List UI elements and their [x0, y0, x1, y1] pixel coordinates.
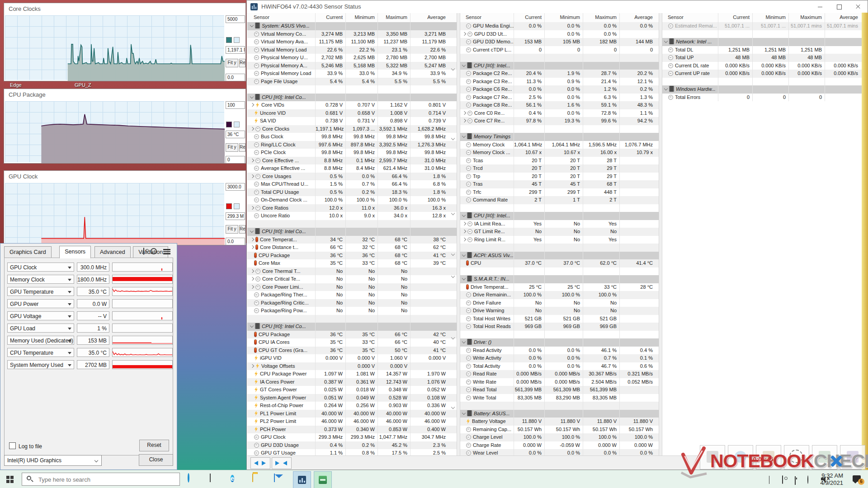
sensor-row[interactable]: Remaining Cap...50.157 Wh50.157 Wh50.157…	[459, 426, 659, 434]
menu-icon[interactable]	[163, 248, 170, 255]
column-header-average[interactable]: Average	[825, 13, 861, 22]
sensor-row[interactable]: Memory Clock1,064.1 MHz1,064.1 MHz1,596.…	[459, 141, 659, 149]
sensor-group-row[interactable]: System: ASUS Vivo...	[247, 22, 457, 30]
sensor-group-row[interactable]: CPU [#0]: Intel...	[459, 212, 659, 220]
column-header-sensor[interactable]: Sensor	[459, 13, 514, 22]
sensor-row[interactable]: Total Errors000	[661, 94, 862, 102]
sensor-row[interactable]: Battery Voltage11.880 V11.880 V11.880 V1…	[459, 418, 659, 426]
camera-icon[interactable]	[143, 248, 144, 254]
sensor-row[interactable]: Total UP48 MB48 MB48 MB	[661, 54, 862, 62]
legend-swatch2-icon[interactable]	[234, 203, 240, 209]
column-header-maximum[interactable]: Maximum	[583, 13, 619, 22]
sensor-group-row[interactable]: Windows Hardw...	[661, 85, 862, 94]
sensor-row[interactable]: Core Critical Te...NoNoNo	[247, 275, 457, 283]
sensor-group-row[interactable]: CPU [#0]: Intel Co...	[247, 323, 457, 331]
collapse-columns-button[interactable]	[272, 457, 292, 469]
gpuz-sensor-select[interactable]: GPU Temperature	[7, 287, 74, 296]
reset-graph-button[interactable]: Re	[239, 59, 245, 67]
fit-y-button[interactable]: Fit y	[226, 143, 238, 152]
gpuz-sensor-select[interactable]: System Memory Used	[7, 360, 74, 369]
sensor-row[interactable]: Memory Clock ...10.67 x10.67 x16.00 x10.…	[459, 149, 659, 157]
battery-icon[interactable]	[795, 477, 796, 485]
sensor-row[interactable]: PCIe Clock99.8 MHz99.8 MHz99.8 MHz99.8 M…	[247, 149, 457, 157]
sensor-row[interactable]: CPU37.0 °C37.0 °C62.0 °C41.4 °C	[459, 259, 659, 267]
sensor-row[interactable]: CPU Package36 °C36 °C68 °C41 °C	[247, 252, 457, 260]
legend-swatch-icon[interactable]	[226, 122, 232, 127]
sensor-group-row[interactable]: CPU [#0]: Intel Co...	[247, 94, 457, 102]
sensor-row[interactable]: Core Temperat...34 °C32 °C68 °C38 °C	[247, 236, 457, 244]
network-icon[interactable]	[807, 476, 808, 484]
legend-swatch2-icon[interactable]	[234, 37, 240, 43]
legend-swatch2-icon[interactable]	[234, 122, 240, 127]
sensor-row[interactable]: Max CPU/Thread U...1.5 %0.7 %66.4 %6.8 %	[247, 180, 457, 188]
sensor-row[interactable]: Wear Level0.0 %0.0 %0.0 %0.0 %	[459, 449, 659, 456]
column-header-current[interactable]: Current	[514, 13, 544, 22]
sensor-row[interactable]: Drive WarningNoNoNo	[459, 307, 659, 315]
sensor-row[interactable]: GPU D3D Usage0.4 %0.2 %45.2 %2.3 %	[247, 441, 457, 450]
column-header-sensor[interactable]: Sensor	[661, 13, 718, 22]
fit-y-button[interactable]: Fit y	[226, 225, 238, 234]
overflow-tile[interactable]	[812, 445, 837, 469]
sensor-row[interactable]: Package C3 Re...11.3 %0.9 %21.4 %12.1 %	[459, 78, 659, 86]
column-header-maximum[interactable]: Maximum	[788, 13, 825, 22]
cortana-icon[interactable]	[186, 474, 197, 485]
column-divider[interactable]	[659, 13, 662, 456]
sensor-row[interactable]: Package/Ring Pow...NoNoNo	[247, 307, 457, 315]
gpuz-sensor-select[interactable]: GPU Voltage	[7, 311, 74, 320]
column-header-minimum[interactable]: Minimum	[345, 13, 377, 22]
sensor-row[interactable]: Voltage Offsets0.000 V0.000 V	[247, 362, 457, 371]
sensor-row[interactable]: On-Demand Clock ...100.0 %100.0 %100.0 %…	[247, 196, 457, 204]
sensor-row[interactable]: Charge Rate0.000 W-0.059 W0.000 W0.000 W	[459, 441, 659, 450]
gpuz-sensor-select[interactable]: Memory Used (Dedicated)	[7, 336, 74, 345]
close-window-button[interactable]	[849, 0, 868, 13]
sensor-row[interactable]: Rest-of-Chip Power0.264 W0.256 W0.903 W0…	[247, 402, 457, 410]
log-to-file-checkbox[interactable]: Log to file	[9, 442, 42, 450]
sensor-row[interactable]: Total CPU Usage0.5 %0.2 %18.3 %1.8 %	[247, 188, 457, 197]
sensor-row[interactable]: Core Max35 °C33 °C68 °C39 °C	[247, 259, 457, 267]
reset-button[interactable]: Reset	[139, 440, 169, 451]
column-header-current[interactable]: Current	[315, 13, 345, 22]
sensor-row[interactable]: GT Cores Power0.025 W0.018 W0.348 W0.052…	[247, 386, 457, 394]
sensor-group-row[interactable]: ACPI: ASUS Viv...	[459, 252, 659, 260]
sensor-row[interactable]: Virtual Memory Ava...11,175 MB11,100 MB1…	[247, 38, 457, 46]
start-button[interactable]	[6, 476, 14, 483]
sensor-row[interactable]: Ring Limit R...YesNoYes	[459, 236, 659, 244]
checkbox-icon[interactable]	[9, 442, 16, 449]
expand-columns-button[interactable]	[250, 457, 270, 469]
sensor-row[interactable]: CPU GT Cores (Gra...36 °C35 °C50 °C41 °C	[247, 347, 457, 355]
sensor-row[interactable]: Estimated Remai...51,007.1 ...51,007.1 .…	[661, 22, 862, 30]
sensor-row[interactable]: Core C7 Re...97.8 %19.3 %99.6 %94.2 %	[459, 117, 659, 125]
sensor-row[interactable]: Tcas20 T20 T28 T	[459, 157, 659, 165]
sensor-row[interactable]: Core C0 Re...0.4 %0.0 %72.8 %1.1 %	[459, 109, 659, 117]
sensor-row[interactable]: Virtual Memory Co...3,274 MB3,213 MB3,35…	[247, 30, 457, 38]
sensor-row[interactable]: Page File Usage5.4 %5.4 %5.5 %5.5 %	[247, 78, 457, 86]
desktop-shortcut-label[interactable]: Edge	[10, 82, 22, 88]
task-view-icon[interactable]	[208, 474, 219, 485]
sensor-row[interactable]: PL2 Power Limit46.000 W46.000 W46.000 W4…	[247, 418, 457, 426]
sensor-row[interactable]: CPU Package Power1.097 W1.081 W14.357 W1…	[247, 370, 457, 378]
close-button[interactable]: Close	[139, 454, 173, 466]
taskbar-search[interactable]	[22, 473, 180, 486]
sensor-row[interactable]: Core Power Limi...NoNoNo	[247, 283, 457, 291]
sensor-row[interactable]: Virtual Memory Load22.6 %22.2 %23.1 %22.…	[247, 46, 457, 54]
sensor-row[interactable]: Bus Clock99.8 MHz99.8 MHz99.8 MHz99.8 MH…	[247, 133, 457, 141]
column-header-maximum[interactable]: Maximum	[377, 13, 410, 22]
sensor-row[interactable]: Trfc299 T299 T448 T	[459, 188, 659, 197]
sensor-row[interactable]: Read Total561,399 MB561,309 MB561,399 MB	[459, 386, 659, 394]
overflow-tile[interactable]	[840, 445, 865, 469]
refresh-icon[interactable]	[151, 248, 157, 254]
sensor-group-row[interactable]: Network: Intel ...	[661, 38, 862, 46]
sensor-group-row[interactable]: CPU [#0]: Intel...	[459, 62, 659, 70]
sensor-row[interactable]: Current DL rate0.000 KB/s0.000 KB/s0.000…	[661, 62, 862, 70]
column-header-minimum[interactable]: Minimum	[752, 13, 788, 22]
sensor-row[interactable]: Package/Ring Ther...NoNoNo	[247, 291, 457, 299]
gpuz-sensor-select[interactable]: CPU Temperature	[7, 348, 74, 357]
sensor-row[interactable]: GPU D3D Ut...0.0 %0.0 %	[459, 30, 659, 38]
sensor-row[interactable]: PL1 Power Limit40.000 W40.000 W40.000 W4…	[247, 410, 457, 418]
sensor-group-row[interactable]: Memory Timings	[459, 133, 659, 141]
hwinfo-titlebar[interactable]: HWiNFO64 v7.02-4430 Sensor Status	[247, 0, 868, 14]
gpuz-sensor-select[interactable]: GPU Clock	[7, 263, 74, 272]
sensor-row[interactable]: Current UP rate0.000 KB/s0.000 KB/s0.000…	[661, 70, 862, 78]
column-divider[interactable]	[457, 13, 460, 456]
column-header-sensor[interactable]: Sensor	[247, 13, 315, 22]
